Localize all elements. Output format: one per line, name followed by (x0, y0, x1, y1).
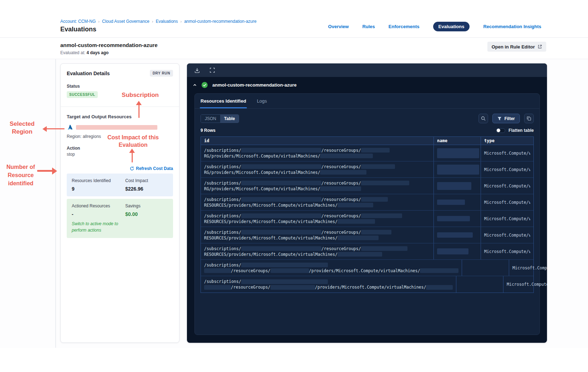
redacted-value (320, 154, 373, 158)
nav-recommendation-insights[interactable]: Recommendation Insights (483, 24, 541, 29)
breadcrumb-separator: › (98, 19, 100, 24)
redacted-value (241, 164, 321, 169)
cell-id: /subscriptions//resourceGroups/RESOURCES… (201, 243, 434, 259)
resources-identified-value: 9 (72, 186, 125, 192)
top-nav: Overview Rules Enforcements Evaluations … (328, 22, 541, 31)
cell-id: /subscriptions//resourceGroups//provider… (201, 260, 462, 276)
subscription-redacted-bar (76, 125, 157, 130)
redacted-value (361, 181, 409, 185)
view-toggle-json[interactable]: JSON (201, 115, 220, 123)
card-divider (61, 107, 179, 107)
table-row: /subscriptions//resourceGroups/RESOURCES… (201, 211, 533, 227)
cell-type: Microsoft.Compute/virtu (481, 243, 533, 259)
panel-toolbar (187, 63, 547, 77)
redacted-value (338, 203, 373, 207)
search-button[interactable] (478, 114, 488, 123)
redacted-value (320, 186, 361, 191)
annotation-cost-impact-arrow (132, 152, 133, 162)
redacted-value (270, 268, 309, 273)
table-row: /subscriptions//resourceGroups/RESOURCES… (201, 194, 533, 211)
filter-label: Filter (505, 116, 515, 121)
nav-overview[interactable]: Overview (328, 24, 349, 29)
table-body: /subscriptions//resourceGroups/RG/provid… (201, 145, 533, 293)
chevron-up-icon[interactable] (193, 83, 197, 87)
cell-id: /subscriptions//resourceGroups/RG/provid… (201, 145, 434, 161)
external-link-icon (538, 45, 542, 49)
column-header-id: id (201, 137, 434, 145)
copy-button[interactable] (524, 114, 534, 123)
filter-button[interactable]: Filter (492, 114, 520, 123)
view-toggle: JSON Table (201, 114, 239, 123)
annotation-selected-region-arrow (46, 128, 65, 129)
annotation-resources-count-arrowhead (52, 167, 57, 175)
nav-evaluations[interactable]: Evaluations (433, 22, 470, 31)
view-toggle-table[interactable]: Table (220, 115, 239, 123)
evaluation-collapse-row[interactable]: anmol-custom-recommendation-azure (187, 77, 547, 92)
open-rule-editor-button[interactable]: Open in Rule Editor (487, 42, 546, 52)
cell-id: /subscriptions//resourceGroups/RG/provid… (201, 161, 434, 177)
breadcrumb-evaluations[interactable]: Evaluations (156, 19, 178, 24)
column-header-type: type (481, 137, 533, 145)
redacted-value (241, 279, 328, 284)
redacted-name (437, 182, 471, 190)
action-value: stop (67, 152, 173, 157)
annotation-selected-region: Selected Region (5, 120, 39, 136)
annotation-resources-count: Number of Resource identified (3, 163, 39, 188)
breadcrumb-account[interactable]: Account: CCM-NG (60, 19, 96, 24)
annotation-cost-impact: Cost Impact of this Evaluation (104, 134, 162, 149)
nav-rules[interactable]: Rules (362, 24, 375, 29)
dry-run-badge: DRY RUN (150, 70, 173, 77)
cell-type: Microsoft.Compute/virtu (481, 145, 533, 161)
redacted-value (241, 197, 321, 202)
resources-card: Resources Identified Logs JSON Table (194, 93, 540, 335)
redacted-name (437, 248, 468, 254)
evaluated-at: Evaluated at: 4 days ago (60, 50, 108, 55)
redacted-value (338, 219, 375, 224)
redacted-value (361, 164, 395, 169)
page: Account: CCM-NG › Cloud Asset Governance… (0, 0, 588, 372)
active-mode-note: Switch to active mode to perform actions (72, 221, 132, 233)
cell-id: /subscriptions//resourceGroups/RESOURCES… (201, 194, 434, 210)
cell-type: Microsoft.Compute/virtu (481, 227, 533, 243)
cell-id: /subscriptions//resourceGroups/RG/provid… (201, 178, 434, 194)
redacted-name (437, 200, 465, 205)
cell-name (462, 260, 509, 276)
fullscreen-icon[interactable] (209, 67, 216, 73)
sub-header: anmol-custom-recommendation-azure Evalua… (0, 38, 588, 59)
redacted-value (426, 285, 453, 290)
table-header: id name type (201, 137, 533, 145)
tab-resources-identified[interactable]: Resources Identified (200, 94, 247, 108)
copy-icon (527, 116, 531, 121)
resources-identified-label: Resources Identified (72, 178, 125, 183)
table-row: /subscriptions//resourceGroups/RESOURCES… (201, 243, 533, 260)
evaluated-at-label: Evaluated at: (60, 50, 85, 55)
redacted-value (361, 213, 402, 218)
cell-id: /subscriptions//resourceGroups/RESOURCES… (201, 227, 434, 243)
cell-type: Microsoft.Compute/virtu (509, 260, 547, 276)
download-icon[interactable] (194, 67, 200, 73)
annotation-subscription-arrow (138, 104, 140, 118)
breadcrumb-governance[interactable]: Cloud Asset Governance (102, 19, 149, 24)
tabs-row: Resources Identified Logs (195, 94, 539, 109)
refresh-cost-data-link[interactable]: Refresh Cost Data (67, 166, 173, 171)
redacted-value (361, 246, 407, 251)
redacted-value (338, 236, 379, 240)
flatten-table-toggle[interactable]: Flatten table (496, 128, 534, 133)
redacted-value (241, 213, 321, 218)
cell-type: Microsoft.Compute/virtu (481, 161, 533, 177)
annotation-resources-count-arrow (37, 170, 53, 172)
nav-enforcements[interactable]: Enforcements (389, 24, 420, 29)
breadcrumb-separator: › (181, 19, 182, 24)
cell-type: Microsoft.Compute/virtu (481, 178, 533, 194)
toggle-switch-icon[interactable] (496, 128, 505, 133)
redacted-value (320, 170, 366, 175)
cell-name (434, 178, 481, 194)
cell-name (434, 145, 481, 161)
status-badge: SUCCESSFUL (67, 91, 98, 98)
cell-name (434, 227, 481, 243)
redacted-value (270, 285, 315, 290)
redacted-value (204, 285, 231, 290)
breadcrumb-current[interactable]: anmol-custom-recommendation-azure (184, 19, 257, 24)
cost-impact-label: Cost Impact (125, 178, 168, 183)
tab-logs[interactable]: Logs (256, 94, 268, 108)
